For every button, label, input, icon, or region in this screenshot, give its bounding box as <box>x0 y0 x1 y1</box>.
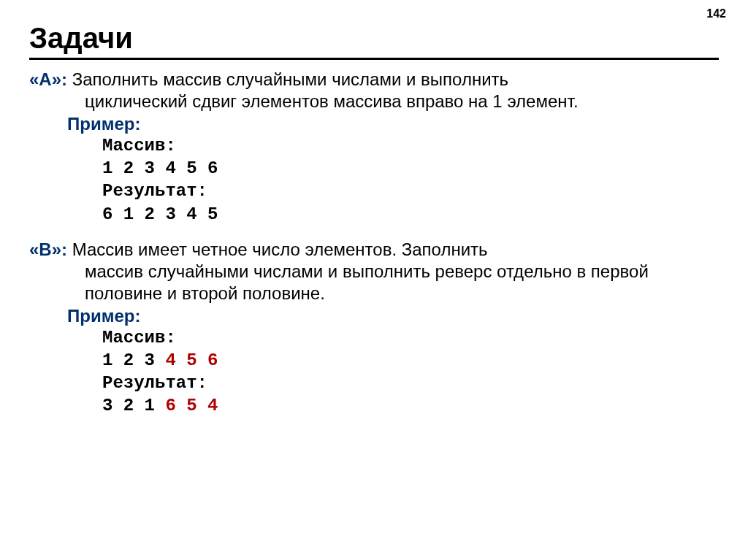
task-b-result-label: Результат: <box>102 373 207 393</box>
task-b-result-first: 3 2 1 <box>102 396 165 415</box>
task-b-description: «B»: Массив имеет четное число элементов… <box>29 239 719 304</box>
task-b-array-label: Массив: <box>102 328 176 348</box>
task-a-code: Массив: 1 2 3 4 5 6 Результат: 6 1 2 3 4… <box>29 134 719 226</box>
task-a-example-label: Пример: <box>29 114 719 134</box>
task-a-description: «A»: Заполнить массив случайными числами… <box>29 69 719 112</box>
task-a-result-values: 6 1 2 3 4 5 <box>102 204 218 224</box>
task-b-label: «B»: <box>29 239 72 259</box>
task-b-array-second: 4 5 6 <box>165 350 218 370</box>
page-number: 142 <box>706 7 726 20</box>
task-a-desc-line1: Заполнить массив случайными числами и вы… <box>72 69 508 89</box>
task-a: «A»: Заполнить массив случайными числами… <box>29 69 719 226</box>
task-b-result-second: 6 5 4 <box>165 396 218 415</box>
task-b: «B»: Массив имеет четное число элементов… <box>29 239 719 418</box>
task-a-result-label: Результат: <box>102 181 207 201</box>
page-title: Задачи <box>29 22 719 60</box>
task-b-code: Массив: 1 2 3 4 5 6 Результат: 3 2 1 6 5… <box>29 326 719 418</box>
task-b-desc-line2: массив случайными числами и выполнить ре… <box>29 261 719 304</box>
task-b-array-first: 1 2 3 <box>102 350 165 370</box>
task-a-label: «A»: <box>29 69 72 89</box>
task-b-desc-line1: Массив имеет четное число элементов. Зап… <box>72 239 488 259</box>
task-a-array-label: Массив: <box>102 136 176 156</box>
task-a-desc-line2: циклический сдвиг элементов массива впра… <box>29 91 719 112</box>
task-a-array-values: 1 2 3 4 5 6 <box>102 158 218 178</box>
task-b-example-label: Пример: <box>29 306 719 326</box>
